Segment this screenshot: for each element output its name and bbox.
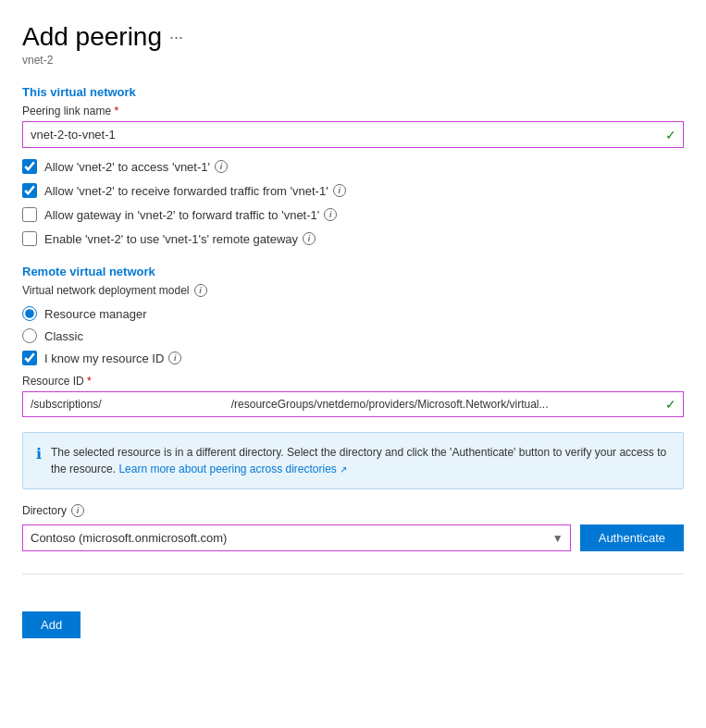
this-vnet-section-label: This virtual network: [22, 85, 684, 99]
ellipsis-menu[interactable]: ···: [169, 28, 183, 47]
resource-id-label: Resource ID: [22, 375, 684, 388]
directory-info-icon[interactable]: i: [71, 504, 84, 517]
resource-id-input-wrapper: ✓: [22, 391, 684, 417]
remote-vnet-section-label: Remote virtual network: [22, 265, 684, 278]
allow-access-checkbox[interactable]: [22, 159, 37, 174]
allow-access-row: Allow 'vnet-2' to access 'vnet-1' i: [22, 159, 684, 174]
resource-id-input[interactable]: [22, 391, 684, 417]
info-box: ℹ The selected resource is in a differen…: [22, 432, 684, 489]
enable-remote-gateway-info-icon[interactable]: i: [303, 232, 316, 245]
allow-forwarded-row: Allow 'vnet-2' to receive forwarded traf…: [22, 183, 684, 198]
peering-link-input-wrapper: ✓: [22, 121, 684, 148]
page-title: Add peering: [22, 22, 162, 52]
enable-remote-gateway-label: Enable 'vnet-2' to use 'vnet-1's' remote…: [44, 232, 316, 246]
allow-gateway-label: Allow gateway in 'vnet-2' to forward tra…: [44, 208, 337, 222]
directory-row: Contoso (microsoft.onmicrosoft.com) ▼ Au…: [22, 524, 684, 551]
resource-manager-label: Resource manager: [44, 307, 147, 321]
bottom-divider: Add: [22, 574, 684, 638]
info-box-text: The selected resource is in a different …: [51, 444, 670, 477]
add-button[interactable]: Add: [22, 611, 81, 638]
directory-select[interactable]: Contoso (microsoft.onmicrosoft.com): [22, 524, 571, 551]
know-resource-id-label: I know my resource ID i: [44, 352, 181, 365]
know-resource-id-info-icon[interactable]: i: [168, 352, 181, 364]
info-box-icon: ℹ: [36, 445, 42, 463]
page-subtitle: vnet-2: [22, 54, 684, 67]
deployment-model-label: Virtual network deployment model: [22, 284, 190, 297]
allow-forwarded-checkbox[interactable]: [22, 183, 37, 198]
enable-remote-gateway-checkbox[interactable]: [22, 231, 37, 246]
allow-gateway-info-icon[interactable]: i: [324, 208, 337, 221]
authenticate-button[interactable]: Authenticate: [580, 524, 684, 551]
peering-link-label: Peering link name: [22, 105, 684, 117]
allow-access-label: Allow 'vnet-2' to access 'vnet-1' i: [44, 160, 228, 174]
directory-label-row: Directory i: [22, 504, 684, 517]
allow-forwarded-label: Allow 'vnet-2' to receive forwarded traf…: [44, 184, 346, 198]
allow-gateway-row: Allow gateway in 'vnet-2' to forward tra…: [22, 207, 684, 222]
know-resource-id-checkbox[interactable]: [22, 351, 37, 365]
deployment-model-info-icon[interactable]: i: [194, 284, 207, 297]
allow-access-info-icon[interactable]: i: [215, 160, 228, 173]
resource-manager-radio[interactable]: [22, 306, 37, 321]
classic-label: Classic: [44, 329, 83, 343]
directory-select-wrapper: Contoso (microsoft.onmicrosoft.com) ▼: [22, 524, 571, 551]
resource-manager-radio-row: Resource manager: [22, 306, 684, 321]
allow-gateway-checkbox[interactable]: [22, 207, 37, 222]
enable-remote-gateway-row: Enable 'vnet-2' to use 'vnet-1's' remote…: [22, 231, 684, 246]
peering-link-valid-icon: ✓: [665, 128, 676, 142]
directory-label: Directory: [22, 504, 67, 517]
peering-link-input[interactable]: [22, 121, 684, 148]
classic-radio[interactable]: [22, 328, 37, 343]
allow-forwarded-info-icon[interactable]: i: [333, 184, 346, 197]
classic-radio-row: Classic: [22, 328, 684, 343]
know-resource-id-row: I know my resource ID i: [22, 351, 684, 365]
resource-id-valid-icon: ✓: [665, 397, 676, 412]
learn-more-link[interactable]: Learn more about peering across director…: [118, 463, 347, 475]
